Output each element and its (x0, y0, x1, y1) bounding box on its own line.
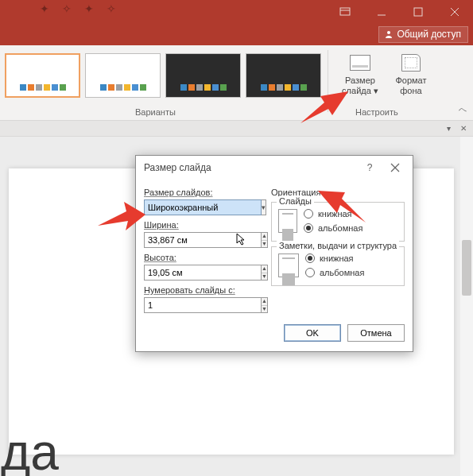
size-for-label: Размер слайдов: (144, 188, 263, 197)
slide-size-label: Размер слайда ▾ (335, 75, 386, 95)
slide-size-dialog: Размер слайда ? Размер слайдов: ▾ Ширина… (135, 155, 413, 352)
close-button[interactable] (436, 0, 473, 24)
slides-orientation-group: Слайды книжная альбомная (271, 202, 405, 242)
number-from-label: Нумеровать слайды с: (144, 285, 263, 295)
slides-portrait-radio[interactable]: книжная (304, 209, 363, 219)
format-background-button[interactable]: Формат фона (386, 52, 436, 95)
width-spinner[interactable]: ▲▼ (144, 232, 207, 248)
dialog-title: Размер слайда (144, 162, 211, 173)
format-background-label: Формат фона (386, 75, 436, 95)
notes-orientation-group: Заметки, выдачи и структура книжная альб… (271, 246, 405, 286)
share-button[interactable]: Общий доступ (378, 26, 468, 43)
page-portrait-icon (278, 209, 297, 233)
size-for-combo[interactable]: ▾ (144, 199, 263, 215)
cancel-button[interactable]: Отмена (347, 324, 405, 342)
height-spinner[interactable]: ▲▼ (144, 265, 207, 281)
spin-up-icon[interactable]: ▲ (262, 298, 267, 306)
share-bar: Общий доступ (0, 24, 473, 45)
subbar-close-icon[interactable]: ✕ (457, 124, 470, 133)
maximize-button[interactable] (400, 0, 436, 24)
dialog-titlebar[interactable]: Размер слайда ? (136, 156, 413, 180)
slide-size-button[interactable]: Размер слайда ▾ (335, 52, 386, 95)
dialog-close-button[interactable] (382, 157, 408, 179)
group-label-custom: Настроить (355, 107, 398, 117)
svg-rect-3 (414, 8, 422, 16)
ribbon: Размер слайда ▾ Формат фона Варианты Нас… (0, 45, 473, 121)
notes-portrait-radio[interactable]: книжная (305, 253, 364, 263)
svg-point-6 (387, 31, 390, 34)
format-background-icon (401, 54, 421, 72)
spin-up-icon[interactable]: ▲ (262, 265, 267, 273)
height-input[interactable] (144, 265, 262, 281)
combo-dropdown-icon[interactable]: ▾ (262, 199, 266, 215)
dialog-help-button[interactable]: ? (357, 157, 382, 179)
slide-size-icon (350, 55, 370, 71)
ribbon-display-options-icon[interactable] (327, 0, 363, 24)
ok-button[interactable]: OK (284, 324, 341, 342)
size-for-input[interactable] (144, 199, 262, 215)
vertical-scrollbar[interactable] (460, 137, 473, 476)
minimize-button[interactable] (363, 0, 400, 24)
svg-rect-0 (340, 8, 350, 15)
width-label: Ширина: (144, 220, 263, 230)
number-from-input[interactable] (144, 297, 262, 313)
width-input[interactable] (144, 232, 262, 248)
spin-down-icon[interactable]: ▼ (262, 273, 267, 281)
subbar-dropdown-icon[interactable]: ▾ (444, 124, 454, 133)
notes-group-label: Заметки, выдачи и структура (277, 241, 399, 250)
share-label: Общий доступ (397, 29, 461, 40)
window-controls (327, 0, 473, 24)
slides-landscape-radio[interactable]: альбомная (304, 223, 363, 233)
document-subbar: ▾ ✕ (0, 121, 473, 137)
spin-down-icon[interactable]: ▼ (262, 306, 267, 313)
titlebar-decoration: ✦ ✧ ✦ ✧ (40, 2, 121, 15)
spin-up-icon[interactable]: ▲ (262, 233, 267, 241)
share-icon (384, 29, 394, 39)
height-label: Высота: (144, 253, 263, 262)
variant-gallery[interactable] (5, 50, 321, 98)
notes-landscape-radio[interactable]: альбомная (305, 268, 364, 277)
collapse-ribbon-icon[interactable]: へ (459, 104, 467, 115)
spin-down-icon[interactable]: ▼ (262, 241, 267, 248)
scrollbar-thumb[interactable] (462, 240, 471, 296)
variant-thumb-1[interactable] (5, 53, 80, 98)
page-portrait-icon (278, 253, 299, 277)
variant-thumb-3[interactable] (165, 53, 241, 98)
slide-title-text: да (1, 423, 59, 476)
group-label-variants: Варианты (135, 107, 176, 117)
title-bar: ✦ ✧ ✦ ✧ (0, 0, 473, 24)
ribbon-separator (328, 50, 328, 112)
variant-thumb-2[interactable] (85, 53, 161, 98)
number-from-spinner[interactable]: ▲▼ (144, 297, 188, 313)
variant-thumb-4[interactable] (246, 53, 321, 98)
slides-group-label: Слайды (277, 196, 314, 206)
